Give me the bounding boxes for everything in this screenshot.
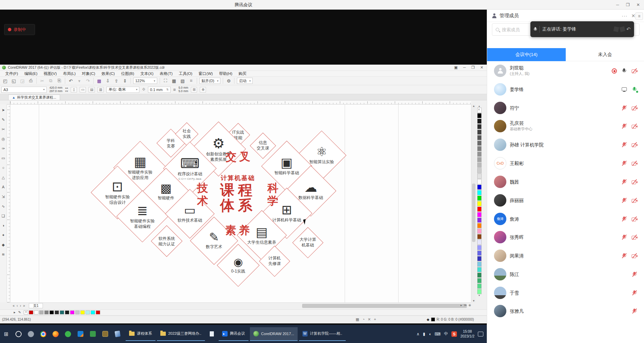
taskbar-task-file[interactable] — [206, 327, 217, 341]
scroll-up-icon[interactable]: ▲ — [471, 104, 476, 108]
document-color-swatch[interactable] — [85, 310, 90, 314]
copy-icon[interactable]: ⧉ — [48, 78, 54, 84]
vertical-scrollbar[interactable]: ▲ ▼ — [471, 104, 476, 302]
taskbar-task-腾讯会议[interactable]: 腾讯会议 — [219, 327, 249, 341]
page-tab[interactable]: 页1 — [29, 303, 43, 308]
color-swatch[interactable] — [477, 179, 482, 184]
participant-row[interactable]: 孙雄 计算机学院 — [487, 135, 644, 154]
participant-row[interactable]: 詹涛詹涛 — [487, 210, 644, 228]
undo-icon[interactable]: ↶ — [68, 78, 74, 84]
notification-center-icon[interactable] — [478, 332, 483, 336]
color-swatch[interactable] — [477, 157, 482, 162]
menu-item[interactable]: 文件(F) — [2, 71, 21, 76]
scroll-right-icon[interactable]: ▸ — [460, 303, 462, 307]
color-swatch[interactable] — [477, 245, 482, 250]
text-tool-icon[interactable]: A — [2, 182, 4, 192]
shape-tool-icon[interactable]: ✎ — [2, 115, 5, 124]
tab-未入会[interactable]: 未入会 — [566, 48, 644, 61]
color-swatch[interactable] — [477, 201, 482, 206]
edge-app-icon[interactable] — [74, 327, 87, 341]
color-swatch[interactable] — [477, 212, 482, 217]
mic-off-icon[interactable] — [621, 161, 627, 166]
fullscreen-preview-icon[interactable]: ⛶ — [162, 78, 169, 84]
document-color-swatch[interactable] — [44, 310, 49, 314]
search-content-icon[interactable]: ▩ — [96, 78, 102, 84]
mesh-fill-tool-icon[interactable]: ≋ — [2, 250, 5, 259]
color-swatch[interactable] — [477, 174, 482, 179]
tray-icon[interactable]: 中 — [444, 331, 448, 337]
mic-off-icon[interactable] — [621, 198, 627, 203]
menu-item[interactable]: 工具(O) — [176, 71, 196, 76]
document-color-swatch[interactable] — [75, 310, 80, 314]
color-swatch[interactable] — [477, 289, 482, 294]
cam-off-icon[interactable] — [632, 105, 637, 111]
palette-scroll-up-icon[interactable]: ▲ — [478, 105, 481, 107]
cam-off-icon[interactable] — [632, 234, 637, 240]
show-grid-icon[interactable]: ▧ — [180, 78, 186, 84]
cam-off-icon[interactable] — [632, 216, 637, 222]
participant-row[interactable]: 姜学锋 — [487, 80, 644, 99]
color-swatch[interactable] — [477, 185, 482, 190]
zoom-level-select[interactable]: 122%▾ — [133, 78, 157, 84]
connector-tool-icon[interactable]: ∿ — [2, 201, 5, 211]
maximize-button[interactable]: ❐ — [623, 0, 633, 10]
snap-to-select[interactable]: 贴齐(D)▾ — [199, 78, 220, 84]
cam-off-icon[interactable] — [632, 123, 637, 129]
cut-icon[interactable]: ✂ — [39, 78, 45, 84]
color-swatch[interactable] — [477, 124, 482, 129]
crop-tool-icon[interactable]: ✂ — [2, 124, 5, 134]
polygon-tool-icon[interactable]: △ — [2, 173, 4, 182]
landscape-button[interactable]: ▭ — [80, 87, 86, 92]
redo-icon[interactable]: ↷ — [85, 78, 91, 84]
menu-item[interactable]: 位图(B) — [118, 71, 137, 76]
gold-app-icon[interactable] — [99, 327, 111, 341]
color-swatch[interactable] — [477, 218, 482, 223]
sogou-input-icon[interactable]: S — [451, 331, 457, 337]
taskbar-task-课程体系[interactable]: 课程体系 — [126, 327, 156, 341]
page-nav-icon[interactable]: ‹ — [16, 304, 19, 308]
eyedropper-tool-icon[interactable]: ✦ — [2, 230, 5, 240]
treat-as-filled-button[interactable]: ⊞ — [191, 87, 197, 92]
new-document-icon[interactable]: ◰ — [2, 78, 8, 84]
current-page-button[interactable]: ▥ — [97, 87, 104, 92]
cam-off-icon[interactable] — [632, 68, 637, 74]
panel-close-button[interactable]: ✕ — [631, 13, 635, 19]
taskbar-task-2022级三赛网络办..[interactable]: 2022级三赛网络办.. — [157, 327, 205, 341]
document-color-swatch[interactable] — [65, 310, 69, 314]
launch-select[interactable]: 启动▾ — [237, 78, 253, 84]
participant-row[interactable]: 孔庆芸基础教学中心 — [487, 117, 644, 135]
start-button[interactable]: ⊞ — [0, 327, 12, 341]
coreldraw-titlebar[interactable]: CorelDRAW 2017 (64-位) 评估版 - D:\下载\Firefo… — [0, 65, 487, 71]
mic-green-icon[interactable] — [632, 87, 637, 92]
vertical-ruler[interactable] — [7, 104, 10, 302]
more-options-button[interactable]: ··· — [622, 13, 628, 19]
tray-icon[interactable]: ◖ — [429, 332, 431, 336]
mic-off-icon[interactable] — [621, 253, 627, 259]
color-swatch[interactable] — [477, 278, 482, 283]
no-color-swatch[interactable] — [24, 310, 28, 314]
color-swatch[interactable] — [477, 152, 482, 157]
pan-icon[interactable]: ⊕ — [468, 303, 471, 307]
freehand-tool-icon[interactable]: ✑ — [2, 144, 5, 153]
restore-hint-icon[interactable]: ▣ — [454, 65, 458, 70]
page-nav-icon[interactable]: » — [22, 304, 26, 308]
document-tab[interactable]: ▲ 科学技术交叉素养课程... — [8, 95, 60, 100]
cam-off-icon[interactable] — [632, 179, 637, 185]
scroll-end-icon[interactable]: ≫ — [464, 303, 467, 307]
menu-item[interactable]: 购买 — [235, 71, 250, 76]
mic-on-icon[interactable] — [621, 68, 627, 74]
horizontal-scroll-thumb[interactable] — [302, 304, 467, 308]
document-color-swatch[interactable] — [91, 310, 95, 314]
participant-row[interactable]: 魏茜 — [487, 173, 644, 191]
interactive-fill-tool-icon[interactable]: ◆ — [2, 240, 4, 250]
print-icon[interactable]: ⎙ — [28, 78, 34, 84]
color-swatch[interactable] — [477, 113, 482, 118]
page-nav-icon[interactable]: › — [19, 304, 22, 308]
color-swatch[interactable] — [477, 141, 482, 146]
cam-off-icon[interactable] — [632, 198, 637, 203]
page-nav-buttons[interactable]: «‹›» — [10, 304, 27, 308]
drawing-canvas[interactable] — [10, 104, 471, 302]
color-swatch[interactable] — [477, 256, 482, 261]
tray-icon[interactable]: ▮ — [423, 332, 425, 336]
mic-off-icon[interactable] — [632, 290, 637, 296]
